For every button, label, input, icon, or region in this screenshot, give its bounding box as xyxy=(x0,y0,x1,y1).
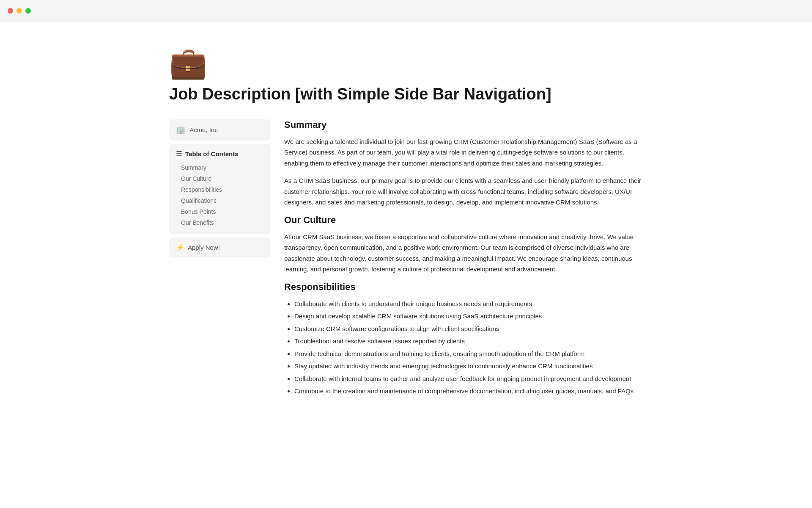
list-item: Bonus Points xyxy=(179,206,264,217)
company-item[interactable]: 🏢 Acme, Inc xyxy=(176,125,264,135)
toc-link-culture[interactable]: Our Culture xyxy=(179,174,264,183)
culture-section: Our Culture At our CRM SaaS business, we… xyxy=(284,215,643,275)
title-bar xyxy=(0,0,812,22)
list-item: Summary xyxy=(179,162,264,173)
summary-para-2: As a CRM SaaS business, our primary goal… xyxy=(284,175,643,208)
summary-para-1: We are seeking a talented individual to … xyxy=(284,136,643,169)
toc-link-qualifications[interactable]: Qualifications xyxy=(179,196,264,205)
list-item: Stay updated with industry trends and em… xyxy=(294,361,643,372)
responsibilities-heading: Responsibilities xyxy=(284,282,643,293)
close-button[interactable] xyxy=(8,8,13,14)
page-title: Job Description [with Simple Side Bar Na… xyxy=(169,85,643,104)
responsibilities-section: Responsibilities Collaborate with client… xyxy=(284,282,643,397)
toc-link-summary[interactable]: Summary xyxy=(179,163,264,172)
toc-block: ☰ Table of Contents Summary Our Culture … xyxy=(169,144,271,234)
summary-heading: Summary xyxy=(284,119,643,130)
list-item: Contribute to the creation and maintenan… xyxy=(294,386,643,397)
toc-link-responsibilities[interactable]: Responsibilities xyxy=(179,185,264,194)
apply-button[interactable]: ⚡ Apply Now! xyxy=(176,243,264,251)
toc-header: ☰ Table of Contents xyxy=(176,150,264,158)
responsibilities-list: Collaborate with clients to understand t… xyxy=(284,298,643,397)
company-label: Acme, Inc xyxy=(189,126,218,133)
main-content: Summary We are seeking a talented indivi… xyxy=(284,119,643,403)
toc-link-bonus[interactable]: Bonus Points xyxy=(179,207,264,216)
company-block: 🏢 Acme, Inc xyxy=(169,119,271,141)
maximize-button[interactable] xyxy=(25,8,31,14)
minimize-button[interactable] xyxy=(16,8,22,14)
list-item: Collaborate with clients to understand t… xyxy=(294,298,643,309)
content-area: 🏢 Acme, Inc ☰ Table of Contents Summary … xyxy=(169,119,643,403)
sidebar: 🏢 Acme, Inc ☰ Table of Contents Summary … xyxy=(169,119,271,257)
toc-icon: ☰ xyxy=(176,150,182,158)
list-item: Provide technical demonstrations and tra… xyxy=(294,348,643,359)
list-item: Troubleshoot and resolve software issues… xyxy=(294,336,643,347)
toc-link-benefits[interactable]: Our Benefits xyxy=(179,218,264,227)
toc-heading: Table of Contents xyxy=(185,150,239,157)
apply-label: Apply Now! xyxy=(188,244,220,251)
list-item: Design and develop scalable CRM software… xyxy=(294,311,643,322)
company-icon: 🏢 xyxy=(176,125,185,135)
list-item: Our Culture xyxy=(179,173,264,184)
summary-section: Summary We are seeking a talented indivi… xyxy=(284,119,643,208)
culture-heading: Our Culture xyxy=(284,215,643,226)
apply-block[interactable]: ⚡ Apply Now! xyxy=(169,237,271,257)
toc-list: Summary Our Culture Responsibilities Qua… xyxy=(176,162,264,228)
apply-icon: ⚡ xyxy=(176,243,184,251)
culture-para-1: At our CRM SaaS business, we foster a su… xyxy=(284,232,643,275)
list-item: Customize CRM software configurations to… xyxy=(294,323,643,334)
list-item: Collaborate with internal teams to gathe… xyxy=(294,373,643,384)
list-item: Responsibilities xyxy=(179,184,264,195)
page-wrapper: 💼 Job Description [with Simple Side Bar … xyxy=(152,22,660,437)
page-icon: 💼 xyxy=(169,47,643,78)
list-item: Our Benefits xyxy=(179,217,264,228)
list-item: Qualifications xyxy=(179,195,264,206)
